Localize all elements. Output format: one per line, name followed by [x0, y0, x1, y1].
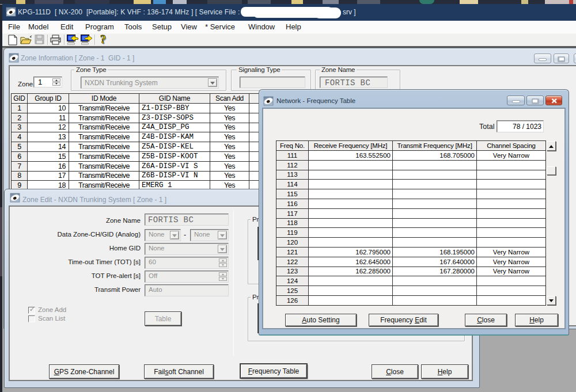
svg-text:?: ?	[100, 33, 106, 45]
